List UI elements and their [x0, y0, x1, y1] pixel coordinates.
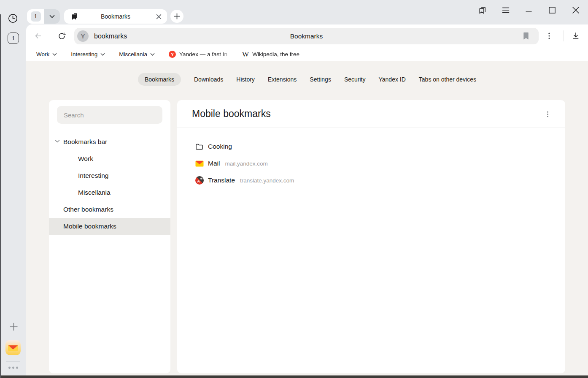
tab-bookmarks[interactable]: Bookmarks — [64, 9, 167, 24]
close-window-button[interactable] — [567, 2, 584, 19]
rail-divider — [6, 361, 20, 362]
bookmarks-bar: Work Interesting Miscellania Y Yandex — — [26, 47, 588, 61]
bookmark-filled-icon[interactable] — [522, 32, 530, 40]
screen-edge-left — [0, 14, 1, 378]
toolbar: Y bookmarks Bookmarks Work — [26, 24, 588, 61]
yandex-favicon: Y — [169, 51, 176, 58]
bookmarks-bar-folder-miscellania[interactable]: Miscellania — [119, 51, 155, 57]
tab-title: Bookmarks — [64, 13, 167, 20]
bookmarks-bar-link-wikipedia[interactable]: W Wikipedia, the free — [242, 51, 314, 58]
svg-text:A: A — [197, 179, 200, 183]
list-item-mail[interactable]: Mail mail.yandex.com — [177, 155, 565, 172]
menu-icon[interactable] — [497, 2, 514, 19]
bookmarks-panel-icon[interactable] — [474, 2, 491, 19]
rail-tab-counter[interactable]: 1 — [8, 33, 19, 44]
tree-item-miscellania[interactable]: Miscellania — [49, 184, 170, 201]
panel-more-icon[interactable] — [541, 107, 554, 121]
tree-item-other-bookmarks[interactable]: Other bookmarks — [49, 201, 170, 218]
tab-group-badge: 1 — [31, 11, 41, 22]
folder-tree: Bookmarks bar Work Interesting Miscellan… — [49, 133, 170, 235]
bookmarks-sidebar: Bookmarks bar Work Interesting Miscellan… — [49, 100, 170, 373]
list-item-cooking[interactable]: Cooking — [177, 138, 565, 155]
tab-extensions[interactable]: Extensions — [268, 73, 297, 86]
tree-item-mobile-bookmarks[interactable]: Mobile bookmarks — [49, 218, 170, 235]
back-icon[interactable] — [31, 29, 45, 43]
list-item-translate[interactable]: A Translate translate.yandex.com — [177, 172, 565, 189]
tab-group[interactable]: 1 — [27, 9, 60, 24]
screen-edge-bottom — [0, 375, 588, 378]
rail-more-icon[interactable] — [8, 364, 19, 370]
left-rail: 1 — [0, 24, 26, 375]
chevron-down-icon[interactable] — [55, 139, 60, 143]
panel-title: Mobile bookmarks — [192, 108, 271, 120]
tab-group-expand[interactable] — [44, 9, 60, 24]
tab-strip: 1 Bookmarks — [0, 0, 588, 24]
toolbar-more-icon[interactable] — [542, 29, 556, 43]
tab-yandex-id[interactable]: Yandex ID — [378, 73, 405, 86]
downloads-icon[interactable] — [569, 29, 583, 43]
tab-history[interactable]: History — [236, 73, 255, 86]
bookmark-tab-icon — [70, 12, 79, 22]
tab-other-devices[interactable]: Tabs on other devices — [419, 73, 476, 86]
yandex-mail-favicon — [195, 159, 204, 168]
reload-icon[interactable] — [55, 29, 68, 43]
tab-security[interactable]: Security — [344, 73, 366, 86]
maximize-button[interactable] — [544, 2, 561, 19]
bookmark-list: Cooking Mail mail.yandex.com — [177, 128, 565, 189]
tab-settings[interactable]: Settings — [310, 73, 331, 86]
plus-icon — [174, 13, 180, 19]
address-row: Y bookmarks Bookmarks — [26, 24, 588, 47]
yandex-mail-app-icon[interactable] — [5, 340, 21, 355]
page-title: Bookmarks — [74, 28, 539, 44]
tree-item-bookmarks-bar[interactable]: Bookmarks bar — [49, 133, 170, 150]
chevron-down-icon — [150, 53, 155, 56]
minimize-button[interactable] — [521, 2, 537, 19]
bookmarks-bar-folder-interesting[interactable]: Interesting — [71, 51, 105, 57]
search-input[interactable] — [57, 106, 162, 124]
panel-header: Mobile bookmarks — [177, 100, 565, 128]
content-area: Bookmarks Downloads History Extensions S… — [26, 61, 588, 375]
history-clock-icon[interactable] — [7, 13, 18, 24]
bookmarks-bar-folder-work[interactable]: Work — [36, 51, 57, 57]
bookmarks-panel: Mobile bookmarks Cooking — [177, 100, 565, 373]
chevron-down-icon — [49, 15, 55, 19]
chevron-down-icon — [52, 53, 57, 56]
tab-group-count[interactable]: 1 — [27, 9, 44, 24]
tab-close-icon[interactable] — [154, 12, 163, 21]
wikipedia-favicon: W — [242, 51, 249, 58]
chevron-down-icon — [100, 53, 105, 56]
tab-bookmarks-pill[interactable]: Bookmarks — [138, 73, 181, 86]
new-tab-button[interactable] — [170, 10, 183, 23]
browser-window: 1 Bookmarks — [0, 0, 588, 378]
manager-nav: Bookmarks Downloads History Extensions S… — [26, 73, 588, 86]
bookmarks-bar-link-yandex[interactable]: Y Yandex — a fast In — [169, 51, 235, 58]
rail-add-icon[interactable] — [9, 322, 18, 331]
tree-item-work[interactable]: Work — [49, 150, 170, 167]
tab-downloads[interactable]: Downloads — [194, 73, 223, 86]
address-bar[interactable]: Y bookmarks Bookmarks — [74, 28, 539, 44]
tree-item-interesting[interactable]: Interesting — [49, 167, 170, 184]
toolbar-divider — [564, 30, 564, 41]
folder-icon — [195, 142, 204, 151]
yandex-translate-favicon: A — [195, 176, 204, 185]
